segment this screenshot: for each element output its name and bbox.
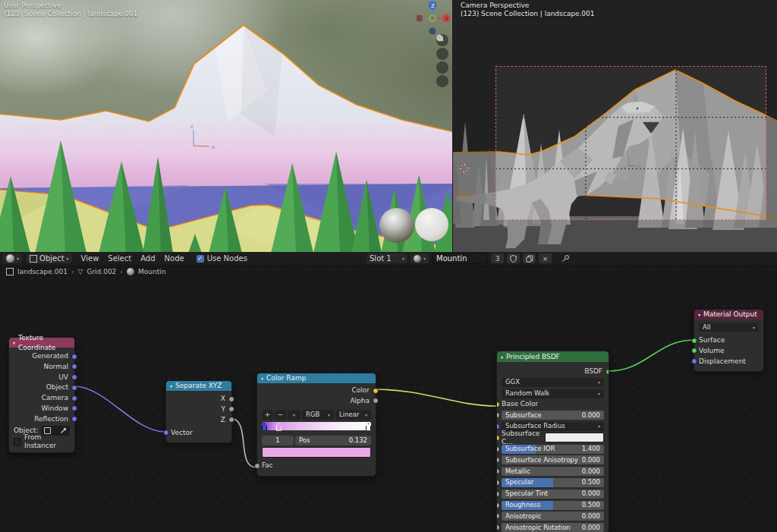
input-socket-vector[interactable]: [163, 430, 169, 436]
slider-roughness[interactable]: Roughness0.500: [502, 501, 604, 510]
node-header[interactable]: ▾ Texture Coordinate: [9, 338, 74, 348]
input-socket-displacement[interactable]: [691, 358, 697, 364]
input-socket-anisotropic[interactable]: [496, 513, 500, 519]
node-material-output[interactable]: ▾ Material Output All▾ SurfaceVolumeDisp…: [694, 309, 764, 372]
from-instancer-checkbox[interactable]: [14, 438, 21, 446]
input-socket-subsurface-radius[interactable]: [496, 423, 500, 430]
collapse-chevron-icon[interactable]: ▾: [698, 310, 700, 320]
active-stop-color-swatch[interactable]: [262, 447, 371, 458]
output-socket-uv[interactable]: [71, 374, 77, 380]
input-socket-metallic[interactable]: [496, 468, 500, 474]
remove-stop-button[interactable]: −: [275, 410, 286, 420]
node-color-ramp[interactable]: ▾ Color Ramp Color Alpha + − ▾ RGB▾ Line…: [256, 373, 376, 477]
viewport-3d-scene[interactable]: z x: [0, 0, 452, 252]
node-separate-xyz[interactable]: ▾ Separate XYZ XYZ Vector: [165, 380, 232, 443]
ramp-stop-active[interactable]: [276, 423, 282, 431]
collapse-chevron-icon[interactable]: ▾: [501, 352, 503, 362]
use-nodes-checkbox[interactable]: ✓ Use Nodes: [197, 254, 247, 263]
material-name-field[interactable]: Mountin: [432, 253, 488, 264]
slider-subsurface-ior[interactable]: Subsurface IOR1.400: [502, 445, 604, 454]
shader-mode-dropdown[interactable]: Object ▾: [27, 253, 72, 263]
chrome-sphere[interactable]: [379, 208, 414, 243]
node-texture-coordinate[interactable]: ▾ Texture Coordinate GeneratedNormalUVOb…: [8, 337, 75, 453]
output-socket-color[interactable]: [373, 388, 379, 394]
slider-specular-tint[interactable]: Specular Tint0.000: [502, 490, 604, 499]
output-socket-y[interactable]: [228, 406, 234, 412]
menu-view[interactable]: View: [77, 254, 104, 263]
node-principled-bsdf[interactable]: ▾ Principled BSDF BSDF GGX▾ Random Walk▾…: [496, 351, 609, 532]
active-stop-index-field[interactable]: 1: [262, 436, 294, 445]
axis-x-negative-handle[interactable]: [417, 15, 423, 22]
input-socket-base-color[interactable]: [496, 401, 500, 408]
mountain-object[interactable]: [0, 25, 452, 188]
input-socket-subsurface-c[interactable]: [496, 435, 500, 441]
input-socket-volume[interactable]: [691, 348, 697, 354]
breadcrumb-mesh[interactable]: Grid.002: [87, 268, 116, 275]
output-socket-object[interactable]: [71, 385, 77, 391]
input-socket-roughness[interactable]: [496, 502, 500, 508]
breadcrumb-material[interactable]: Mountin: [138, 268, 165, 275]
node-header[interactable]: ▾ Principled BSDF: [497, 351, 609, 362]
output-socket-reflection[interactable]: [71, 416, 77, 422]
pan-hand-icon[interactable]: [436, 48, 448, 60]
menu-select[interactable]: Select: [103, 254, 136, 263]
output-socket-bsdf[interactable]: [606, 369, 609, 375]
viewport-user-perspective[interactable]: z x User Perspective (123) Scene Collect…: [0, 0, 452, 252]
input-socket-subsurface-ior[interactable]: [496, 446, 500, 452]
unlink-material-close-icon[interactable]: ×: [539, 253, 552, 263]
color-mode-dropdown[interactable]: RGB▾: [302, 410, 334, 420]
ramp-stop-end[interactable]: [366, 423, 371, 431]
fake-user-shield-icon[interactable]: [507, 253, 520, 263]
color-swatch-subsurface-c[interactable]: [545, 433, 604, 442]
output-socket-x[interactable]: [228, 396, 234, 402]
output-socket-camera[interactable]: [71, 395, 77, 401]
distribution-dropdown[interactable]: GGX▾: [502, 378, 604, 387]
input-socket-surface[interactable]: [691, 338, 697, 344]
collapse-chevron-icon[interactable]: ▾: [13, 338, 15, 348]
output-socket-generated[interactable]: [71, 354, 77, 360]
navigation-axes-gizmo[interactable]: Z X: [417, 1, 451, 39]
slider-specular[interactable]: Specular0.500: [502, 478, 604, 487]
white-sphere[interactable]: [415, 208, 448, 241]
camera-view-icon[interactable]: [436, 61, 448, 74]
camera-3d-scene[interactable]: z x: [453, 0, 777, 252]
ramp-options-dropdown[interactable]: ▾: [288, 410, 300, 420]
input-socket-fac[interactable]: [254, 463, 260, 469]
output-socket-normal[interactable]: [71, 364, 77, 370]
slider-anisotropic-rotation[interactable]: Anisotropic Rotation0.000: [502, 523, 604, 532]
material-slot-dropdown[interactable]: Slot 1 ▾: [366, 253, 407, 263]
collapse-chevron-icon[interactable]: ▾: [170, 381, 172, 391]
input-socket-subsurface[interactable]: [496, 412, 500, 418]
axis-z-negative-handle[interactable]: [429, 28, 436, 35]
slider-metallic[interactable]: Metallic0.000: [502, 467, 604, 476]
stop-position-field[interactable]: Pos 0.132: [295, 436, 371, 445]
slider-subsurface-anisotropy[interactable]: Subsurface Anisotropy0.000: [502, 455, 604, 464]
menu-add[interactable]: Add: [136, 254, 159, 263]
new-material-copy-icon[interactable]: [523, 253, 536, 263]
ramp-stop-0[interactable]: [262, 423, 267, 431]
interpolation-dropdown[interactable]: Linear▾: [335, 410, 371, 420]
shader-node-canvas[interactable]: landscape.001 › ▽ Grid.002 › Mountin ▾ T…: [0, 265, 777, 532]
add-stop-button[interactable]: +: [262, 410, 273, 420]
menu-node[interactable]: Node: [160, 254, 189, 263]
output-socket-window[interactable]: [71, 405, 77, 411]
material-users-count-button[interactable]: 3: [491, 253, 504, 263]
editor-type-button[interactable]: ▾: [3, 253, 22, 263]
breadcrumb-object[interactable]: landscape.001: [17, 268, 68, 275]
output-socket-z[interactable]: [228, 417, 234, 423]
pin-icon[interactable]: [559, 253, 572, 263]
output-target-dropdown[interactable]: All▾: [699, 323, 759, 332]
slider-anisotropic[interactable]: Anisotropic0.000: [502, 512, 604, 521]
color-ramp-gradient[interactable]: [262, 422, 371, 430]
output-socket-alpha[interactable]: [373, 398, 379, 404]
material-browse-dropdown[interactable]: ▾: [411, 253, 429, 263]
input-socket-specular[interactable]: [496, 480, 500, 486]
viewport-camera-perspective[interactable]: z x Camera Perspective (123) Scene Colle…: [453, 0, 777, 252]
input-socket-subsurface-anisotropy[interactable]: [496, 457, 500, 463]
node-header[interactable]: ▾ Color Ramp: [257, 373, 376, 383]
node-header[interactable]: ▾ Separate XYZ: [166, 381, 231, 391]
input-socket-anisotropic-rotation[interactable]: [496, 524, 500, 530]
subsurface-method-dropdown[interactable]: Random Walk▾: [502, 389, 604, 398]
perspective-toggle-icon[interactable]: [436, 75, 448, 87]
collapse-chevron-icon[interactable]: ▾: [261, 373, 263, 383]
